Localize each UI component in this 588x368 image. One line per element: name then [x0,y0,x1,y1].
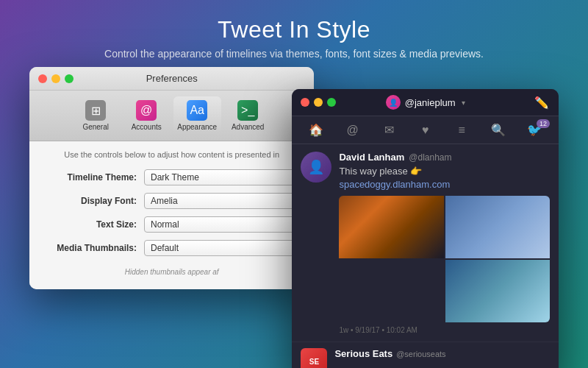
bottom-tweet-name: Serious Eats [334,348,392,359]
user-avatar-small: 👤 [386,95,401,110]
tweet-text: This way please 👉 spacedoggy.dlanham.com [339,165,550,191]
tweet-author-handle: @dlanham [409,152,451,163]
tweet-minimize-button[interactable] [314,98,323,107]
main-title: Tweet In Style [0,16,588,43]
toolbar: ⊞ General @ Accounts Aa Appearance >_ Ad… [29,91,314,141]
display-font-row: Display Font: Amelia ▾ [41,193,302,209]
appearance-icon: Aa [187,100,207,121]
tweet-window: 👤 @janieplum ▾ ✏️ 🏠 @ ✉ ♥ ≡ 🔍 🐦 12 👤 [292,89,559,368]
tweet-window-controls [301,98,336,107]
tweet-feed: 👤 David Lanham @dlanham This way please … [292,144,559,368]
tweet-maximize-button[interactable] [327,98,336,107]
timeline-theme-value: Dark Theme [151,172,199,183]
text-size-value: Normal [151,219,179,230]
general-icon: ⊞ [85,100,106,121]
text-size-control[interactable]: Normal ▾ [144,216,302,233]
media-image-1 [339,196,443,258]
tweet-header: David Lanham @dlanham [339,152,550,163]
serious-eats-logo: SE [309,358,319,366]
media-thumbnails-control[interactable]: Default ▾ [144,240,302,256]
advanced-label: Advanced [232,123,264,131]
bottom-tweet-item: SE Serious Eats @seriouseats [292,342,559,368]
minimize-button[interactable] [51,74,60,83]
prefs-titlebar: Preferences [29,67,314,91]
nav-activity[interactable]: 🐦 12 [517,119,553,141]
tweet-username: @janieplum [405,97,456,108]
nav-likes[interactable]: ♥ [407,120,444,141]
nav-badge: 12 [537,119,550,128]
bottom-tweet-header: Serious Eats @seriouseats [334,348,550,359]
tweet-close-button[interactable] [301,98,309,107]
toolbar-item-advanced[interactable]: >_ Advanced [224,96,272,135]
header-section: Tweet In Style Control the appearance of… [0,0,588,67]
windows-container: Preferences ⊞ General @ Accounts Aa Appe… [0,67,588,368]
display-font-control[interactable]: Amelia ▾ [144,193,302,209]
general-label: General [82,123,109,131]
nav-home[interactable]: 🏠 [298,119,334,141]
tweet-timestamp: 1w • 9/19/17 • 10:02 AM [339,326,550,334]
nav-mentions[interactable]: @ [334,120,371,141]
media-thumbnails-row: Media Thumbnails: Default ▾ [41,240,302,256]
timeline-theme-label: Timeline Theme: [41,172,144,183]
serious-eats-avatar: SE [301,348,327,368]
advanced-icon: >_ [237,100,258,121]
nav-search[interactable]: 🔍 [480,119,517,141]
text-size-label: Text Size: [41,219,144,230]
tweet-nav: 🏠 @ ✉ ♥ ≡ 🔍 🐦 12 [292,116,559,144]
prefs-window-title: Preferences [146,73,198,84]
tweet-author-avatar: 👤 [301,152,331,183]
media-image-2 [445,196,550,258]
accounts-icon: @ [136,100,157,121]
toolbar-item-appearance[interactable]: Aa Appearance [173,96,221,135]
appearance-label: Appearance [177,123,217,131]
tweet-text-content: This way please 👉 [339,166,422,177]
tweet-body: David Lanham @dlanham This way please 👉 … [339,152,550,334]
window-controls [38,74,74,83]
close-button[interactable] [38,74,47,83]
tweet-media [339,196,550,322]
bottom-tweet-handle: @seriouseats [396,350,445,358]
tweet-titlebar: 👤 @janieplum ▾ ✏️ [292,89,559,116]
toolbar-item-accounts[interactable]: @ Accounts [123,96,171,135]
prefs-footer: Hidden thumbnails appear af [41,263,302,277]
preferences-window: Preferences ⊞ General @ Accounts Aa Appe… [29,67,314,289]
tweet-item: 👤 David Lanham @dlanham This way please … [292,144,559,342]
prefs-content: Use the controls below to adjust how con… [29,141,314,289]
tweet-author-name: David Lanham [339,152,404,163]
tweet-link[interactable]: spacedoggy.dlanham.com [339,179,450,190]
nav-lists[interactable]: ≡ [443,120,480,141]
display-font-label: Display Font: [41,196,144,206]
chevron-down-icon: ▾ [462,99,465,107]
accounts-label: Accounts [132,123,162,131]
media-thumbnails-value: Default [151,243,179,253]
display-font-value: Amelia [151,196,178,206]
tweet-user[interactable]: 👤 @janieplum ▾ [386,95,465,110]
maximize-button[interactable] [65,74,74,83]
text-size-row: Text Size: Normal ▾ [41,216,302,233]
compose-icon[interactable]: ✏️ [534,94,550,110]
subtitle: Control the appearance of timelines via … [0,48,588,60]
timeline-theme-control[interactable]: Dark Theme ▾ [144,169,302,185]
toolbar-item-general[interactable]: ⊞ General [72,96,120,135]
nav-messages[interactable]: ✉ [370,119,407,141]
bottom-tweet-content: Serious Eats @seriouseats [334,348,550,368]
prefs-hint: Use the controls below to adjust how con… [41,150,302,159]
media-image-3 [445,260,550,322]
timeline-theme-row: Timeline Theme: Dark Theme ▾ [41,169,302,185]
avatar-image: 👤 [301,152,331,183]
media-thumbnails-label: Media Thumbnails: [41,243,144,253]
